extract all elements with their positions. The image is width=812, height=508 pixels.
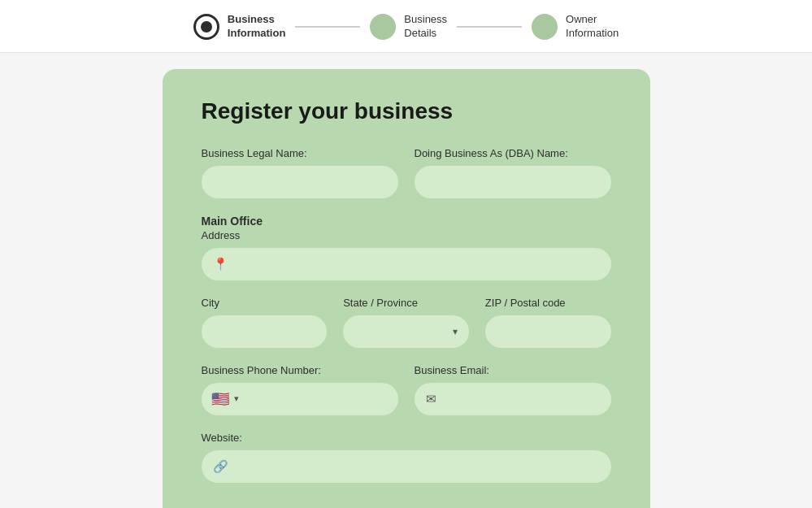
city-label: City <box>202 297 328 309</box>
zip-group: ZIP / Postal code <box>485 297 611 348</box>
step-connector-1 <box>295 26 360 28</box>
address-input[interactable] <box>202 248 611 280</box>
email-label: Business Email: <box>415 364 611 376</box>
state-select-wrapper: ▾ <box>343 315 469 348</box>
dba-name-input[interactable] <box>415 166 611 198</box>
name-row: Business Legal Name: Doing Business As (… <box>202 147 611 198</box>
address-input-wrapper: 📍 <box>202 248 611 280</box>
state-select[interactable] <box>343 315 469 348</box>
dba-name-label: Doing Business As (DBA) Name: <box>415 147 611 159</box>
phone-group: Business Phone Number: 🇺🇸 ▾ <box>202 364 398 415</box>
phone-label: Business Phone Number: <box>202 364 398 376</box>
page-title: Register your business <box>202 98 611 124</box>
zip-label: ZIP / Postal code <box>485 297 611 309</box>
email-input-wrapper: ✉ <box>415 383 611 415</box>
step-item-business-details: Business Details <box>370 13 447 41</box>
website-group: Website: 🔗 <box>202 432 611 483</box>
step-label-3: Owner Information <box>566 13 619 41</box>
step-icon-3 <box>532 14 558 40</box>
main-content: Register your business Business Legal Na… <box>0 53 812 508</box>
city-group: City <box>202 297 328 348</box>
step-icon-2 <box>370 14 396 40</box>
zip-input[interactable] <box>485 315 611 348</box>
website-input[interactable] <box>202 450 611 483</box>
website-input-wrapper: 🔗 <box>202 450 611 483</box>
main-office-title: Main Office <box>202 215 611 228</box>
step-icon-1 <box>193 14 219 40</box>
state-label: State / Province <box>343 297 469 309</box>
city-state-zip-row: City State / Province ▾ ZIP / Postal cod… <box>202 297 611 348</box>
state-group: State / Province ▾ <box>343 297 469 348</box>
city-input[interactable] <box>202 315 328 348</box>
stepper-header: Business Information Business Details Ow… <box>0 0 812 53</box>
website-label: Website: <box>202 432 611 444</box>
phone-email-row: Business Phone Number: 🇺🇸 ▾ Business Ema… <box>202 364 611 415</box>
phone-input[interactable] <box>244 383 389 415</box>
step-label-2: Business Details <box>404 13 447 41</box>
dba-name-group: Doing Business As (DBA) Name: <box>415 147 611 198</box>
step-connector-2 <box>457 26 522 28</box>
form-card: Register your business Business Legal Na… <box>163 69 650 508</box>
email-group: Business Email: ✉ <box>415 364 611 415</box>
email-input[interactable] <box>415 383 611 415</box>
business-legal-name-group: Business Legal Name: <box>202 147 398 198</box>
address-subtitle: Address <box>202 229 611 241</box>
phone-input-wrapper[interactable]: 🇺🇸 ▾ <box>202 383 398 415</box>
business-legal-name-input[interactable] <box>202 166 398 198</box>
step-label-1: Business Information <box>228 13 286 41</box>
step-item-owner-information: Owner Information <box>532 13 619 41</box>
phone-chevron-icon: ▾ <box>234 393 239 404</box>
step-item-business-information: Business Information <box>193 13 286 41</box>
address-section: Main Office Address 📍 <box>202 215 611 280</box>
business-legal-name-label: Business Legal Name: <box>202 147 398 159</box>
us-flag-icon: 🇺🇸 <box>211 392 229 406</box>
